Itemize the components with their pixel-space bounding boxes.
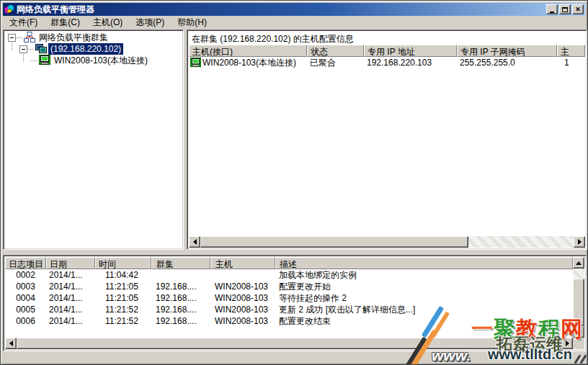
col-date[interactable]: 日期 bbox=[46, 257, 95, 269]
log-cell-time: 11:21:52 bbox=[95, 316, 151, 326]
hscroll-track[interactable] bbox=[468, 236, 574, 248]
scroll-up-button[interactable] bbox=[573, 257, 584, 269]
close-button[interactable]: ✕ bbox=[572, 4, 584, 14]
host-cell-name: WIN2008-103(本地连接) bbox=[202, 57, 296, 69]
col-description[interactable]: 描述 bbox=[275, 257, 573, 269]
log-row[interactable]: 0003 2014/1... 11:21:05 192.168.... WIN2… bbox=[5, 281, 573, 292]
menu-bar: 文件(F) 群集(C) 主机(O) 选项(P) 帮助(H) bbox=[3, 16, 585, 30]
network-cluster-icon bbox=[24, 32, 35, 43]
scroll-left-button[interactable] bbox=[5, 338, 17, 349]
log-cell-desc: 更新 2 成功 [双击以了解详细信息...] bbox=[275, 304, 573, 316]
log-cell-id: 0003 bbox=[5, 281, 46, 292]
collapse-toggle-icon[interactable] bbox=[8, 34, 16, 42]
log-cell-id: 0005 bbox=[5, 305, 46, 315]
host-config-panel: 在群集 (192.168.220.102) 的主机配置信息 主机(接口) 状态 … bbox=[187, 30, 587, 250]
watermark-corner-tick bbox=[574, 354, 582, 364]
log-cell-date: 2014/1... bbox=[46, 305, 95, 315]
scroll-left-button[interactable] bbox=[189, 236, 200, 248]
menu-host[interactable]: 主机(O) bbox=[86, 15, 129, 30]
scroll-right-button[interactable] bbox=[561, 338, 573, 349]
log-cell-date: 2014/1... bbox=[46, 316, 95, 326]
tree-host-label: WIN2008-103(本地连接) bbox=[52, 54, 150, 68]
log-cell-cluster: 192.168.... bbox=[151, 305, 210, 315]
col-log-host[interactable]: 主机 bbox=[210, 257, 275, 269]
app-icon bbox=[4, 4, 14, 14]
col-subnet-mask[interactable]: 专用 IP 子网掩码 bbox=[457, 45, 557, 57]
host-computer-icon bbox=[190, 58, 201, 68]
log-cell-id: 0004 bbox=[5, 293, 46, 303]
menu-help[interactable]: 帮助(H) bbox=[171, 15, 213, 30]
log-cell-id: 0006 bbox=[5, 316, 46, 326]
log-cell-date: 2014/1... bbox=[46, 293, 95, 303]
tree-root-label: 网络负载平衡群集 bbox=[37, 32, 110, 45]
log-cell-time: 11:21:05 bbox=[95, 281, 151, 292]
log-cell-host: WIN2008-103 bbox=[210, 293, 275, 303]
tree-item-root[interactable]: 网络负载平衡群集 bbox=[5, 32, 182, 43]
vscroll-thumb[interactable] bbox=[573, 279, 584, 326]
hscroll-thumb[interactable] bbox=[200, 236, 468, 248]
host-cell-status: 已聚合 bbox=[307, 57, 364, 69]
log-vscrollbar bbox=[573, 257, 584, 338]
log-cell-host: WIN2008-103 bbox=[210, 305, 275, 315]
log-hscrollbar bbox=[5, 338, 573, 349]
cluster-tree-panel: 网络负载平衡群集 (192.168.220.102) bbox=[3, 30, 184, 250]
title-bar[interactable]: 网络负载平衡管理器 ✕ bbox=[3, 3, 585, 16]
log-cell-time: 11:04:42 bbox=[95, 270, 151, 280]
collapse-toggle-icon[interactable] bbox=[19, 45, 27, 53]
log-row[interactable]: 0004 2014/1... 11:21:05 192.168.... WIN2… bbox=[5, 292, 573, 304]
host-computer-icon bbox=[39, 55, 50, 66]
log-cell-desc: 等待挂起的操作 2 bbox=[275, 292, 573, 305]
horizontal-splitter[interactable] bbox=[3, 250, 587, 255]
log-row[interactable]: 0005 2014/1... 11:21:52 192.168.... WIN2… bbox=[5, 304, 573, 315]
col-priority[interactable]: 主 bbox=[557, 45, 585, 57]
log-cell-date: 2014/1... bbox=[46, 270, 95, 280]
col-log-entry[interactable]: 日志项目 bbox=[5, 257, 46, 269]
host-cell-priority: 1 bbox=[557, 58, 585, 68]
log-panel: 日志项目 日期 时间 群集 主机 描述 0002 2014/1... 11:04… bbox=[3, 255, 587, 351]
maximize-button[interactable] bbox=[559, 4, 571, 14]
menu-file[interactable]: 文件(F) bbox=[3, 15, 44, 30]
col-host-interface[interactable]: 主机(接口) bbox=[189, 45, 307, 57]
col-time[interactable]: 时间 bbox=[95, 257, 151, 269]
host-cell-mask: 255.255.255.0 bbox=[457, 58, 557, 68]
tree-item-host[interactable]: WIN2008-103(本地连接) bbox=[5, 55, 182, 66]
host-table-row[interactable]: WIN2008-103(本地连接) 已聚合 192.168.220.103 25… bbox=[189, 57, 585, 68]
log-cell-desc: 配置更改结束 bbox=[275, 315, 573, 328]
hscroll-thumb[interactable] bbox=[17, 338, 561, 349]
log-cell-host: WIN2008-103 bbox=[210, 281, 275, 292]
host-cell-ip: 192.168.220.103 bbox=[364, 58, 457, 68]
log-cell-cluster: 192.168.... bbox=[151, 316, 210, 326]
log-cell-desc: 加载本地绑定的实例 bbox=[275, 269, 573, 281]
menu-options[interactable]: 选项(P) bbox=[129, 15, 171, 30]
watermark-corner-tick bbox=[580, 354, 587, 364]
log-cell-time: 11:21:52 bbox=[95, 305, 151, 315]
col-status[interactable]: 状态 bbox=[307, 45, 364, 57]
log-cell-id: 0002 bbox=[5, 270, 46, 280]
log-row[interactable]: 0002 2014/1... 11:04:42 加载本地绑定的实例 bbox=[5, 269, 573, 281]
log-cell-desc: 配置更改开始 bbox=[275, 281, 573, 293]
minimize-button[interactable] bbox=[546, 4, 558, 14]
log-cell-time: 11:21:05 bbox=[95, 293, 151, 303]
log-row[interactable]: 0006 2014/1... 11:21:52 192.168.... WIN2… bbox=[5, 315, 573, 327]
host-panel-hscrollbar bbox=[189, 236, 585, 248]
log-cell-host: WIN2008-103 bbox=[210, 316, 275, 326]
log-cell-date: 2014/1... bbox=[46, 281, 95, 292]
log-rows: 0002 2014/1... 11:04:42 加载本地绑定的实例 0003 2… bbox=[5, 269, 573, 327]
col-dedicated-ip[interactable]: 专用 IP 地址 bbox=[364, 45, 457, 57]
scroll-down-button[interactable] bbox=[573, 326, 584, 338]
log-cell-cluster: 192.168.... bbox=[151, 293, 210, 303]
cluster-icon bbox=[35, 43, 47, 55]
app-window: 网络负载平衡管理器 ✕ 文件(F) 群集(C) 主机(O) 选项(P) 帮助(H… bbox=[0, 0, 588, 365]
scroll-right-button[interactable] bbox=[574, 236, 585, 248]
window-title: 网络负载平衡管理器 bbox=[17, 4, 546, 16]
host-table-header: 主机(接口) 状态 专用 IP 地址 专用 IP 子网掩码 主 bbox=[189, 45, 585, 57]
col-log-cluster[interactable]: 群集 bbox=[151, 257, 210, 269]
scrollbar-corner bbox=[573, 338, 584, 349]
host-config-title: 在群集 (192.168.220.102) 的主机配置信息 bbox=[192, 33, 354, 45]
log-table-header: 日志项目 日期 时间 群集 主机 描述 bbox=[5, 257, 573, 269]
menu-cluster[interactable]: 群集(C) bbox=[44, 15, 86, 30]
log-cell-cluster: 192.168.... bbox=[151, 281, 210, 292]
